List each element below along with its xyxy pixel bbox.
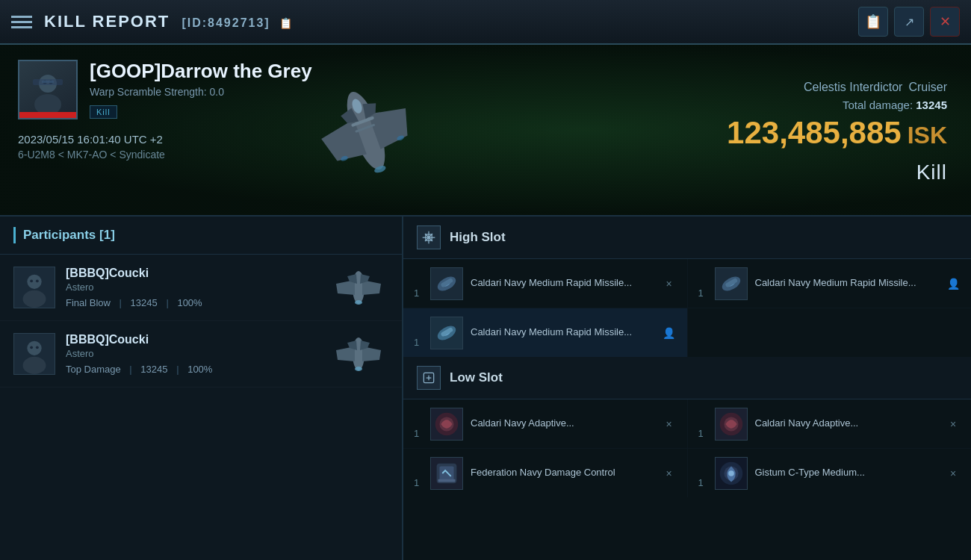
slot-item[interactable]: 1 Caldari Navy Adaptive... × [403, 399, 687, 448]
svg-point-31 [23, 357, 46, 374]
slot-item-remove[interactable]: × [662, 417, 677, 432]
kill-badge: Kill [90, 105, 117, 119]
slot-item[interactable]: 1 Caldari Navy Adaptive... × [688, 399, 972, 448]
high-slot-grid: 1 Caldari Navy Medium Rapid Missile... ×… [403, 259, 971, 357]
participant-name: [BBBQ]Coucki [66, 333, 318, 346]
slot-item-icon [715, 267, 748, 300]
slot-item-remove[interactable]: × [946, 466, 961, 481]
slot-item-remove[interactable]: × [662, 466, 677, 481]
participant-avatar [13, 333, 55, 375]
header: KILL REPORT [ID:8492713] 📋 📋 ↗ ✕ [0, 0, 971, 45]
svg-rect-63 [438, 479, 456, 482]
participant-ship: Astero [66, 281, 318, 293]
clipboard-icon: 📋 [865, 13, 881, 30]
slot-item-name: Gistum C-Type Medium... [755, 466, 939, 479]
svg-point-33 [36, 346, 39, 349]
slot-item-icon [715, 408, 748, 441]
slot-item-name: Caldari Navy Medium Rapid Missile... [471, 326, 654, 339]
svg-marker-24 [336, 280, 355, 295]
participant-ship: Astero [66, 348, 318, 359]
export-button[interactable]: ↗ [894, 7, 924, 37]
slot-item-icon [715, 457, 748, 490]
slot-count: 1 [414, 287, 423, 299]
slot-count: 1 [414, 337, 423, 348]
slot-count: 1 [698, 477, 707, 488]
slot-item-icon [430, 408, 463, 441]
svg-point-21 [30, 279, 33, 282]
participant-info: [BBBQ]Coucki Astero Top Damage | 13245 |… [66, 333, 318, 375]
slot-item[interactable]: 1 Gistum C-Type Medium... × [688, 449, 972, 497]
slot-item-remove[interactable]: × [662, 276, 677, 291]
list-item[interactable]: [BBBQ]Coucki Astero Final Blow | 13245 |… [0, 255, 402, 321]
avatar [18, 60, 78, 119]
svg-point-37 [355, 367, 362, 371]
low-slot-header: Low Slot [403, 357, 971, 399]
svg-rect-6 [33, 79, 63, 85]
slot-item-remove[interactable]: × [946, 417, 961, 432]
svg-point-32 [30, 346, 33, 349]
low-slot-grid: 1 Caldari Navy Adaptive... × 1 [403, 399, 971, 497]
menu-button[interactable] [11, 16, 32, 28]
svg-point-19 [27, 275, 41, 289]
participant-stats: Final Blow | 13245 | 100% [66, 297, 318, 308]
participant-info: [BBBQ]Coucki Astero Final Blow | 13245 |… [66, 267, 318, 308]
high-slot-title: High Slot [450, 230, 506, 245]
export-icon: ↗ [905, 15, 914, 29]
slot-count: 1 [414, 477, 423, 488]
slot-item-icon [430, 457, 463, 490]
kill-result: Kill [916, 161, 947, 184]
left-panel: Participants [1] [BBBQ]Coucki Astero Fin… [0, 217, 403, 560]
clipboard-button[interactable]: 📋 [858, 7, 888, 37]
close-icon: ✕ [940, 13, 951, 30]
slot-item-name: Caldari Navy Medium Rapid Missile... [755, 276, 939, 290]
participant-ship-image [329, 265, 388, 310]
hero-panel: [GOOP]Darrow the Grey Warp Scramble Stre… [0, 45, 971, 217]
slot-count: 1 [698, 428, 707, 439]
participant-ship-image [329, 332, 388, 376]
high-slot-icon [417, 225, 441, 249]
page-title: KILL REPORT [ID:8492713] 📋 [44, 12, 858, 31]
svg-marker-35 [336, 346, 355, 361]
participant-stats: Top Damage | 13245 | 100% [66, 364, 318, 375]
slot-item[interactable]: 1 Federation Navy Damage Control × [403, 449, 687, 497]
slot-item[interactable]: 1 Caldari Navy Medium Rapid Missile... 👤 [688, 259, 972, 308]
svg-marker-36 [362, 346, 381, 361]
header-actions: 📋 ↗ ✕ [858, 7, 960, 37]
isk-value: 123,485,885ISK [727, 117, 947, 149]
svg-point-1 [34, 94, 61, 112]
ship-name: Celestis InterdictorCruiser [798, 76, 947, 96]
svg-point-20 [23, 290, 46, 308]
svg-point-67 [728, 470, 734, 476]
slot-item-name: Caldari Navy Medium Rapid Missile... [471, 276, 654, 290]
slot-count: 1 [414, 428, 423, 439]
hero-right: Celestis InterdictorCruiser Total damage… [388, 45, 971, 215]
participants-title: Participants [1] [23, 228, 115, 243]
main-content: Participants [1] [BBBQ]Coucki Astero Fin… [0, 217, 971, 560]
svg-marker-25 [362, 280, 381, 295]
right-panel: High Slot 1 Caldari Navy Medium Rapid Mi… [403, 217, 971, 560]
slot-item[interactable]: 1 Caldari Navy Medium Rapid Missile... × [403, 259, 687, 308]
slot-item-icon [430, 267, 463, 300]
slot-count: 1 [698, 287, 707, 299]
participant-name: [BBBQ]Coucki [66, 267, 318, 280]
svg-rect-62 [439, 466, 453, 480]
list-item[interactable]: [BBBQ]Coucki Astero Top Damage | 13245 |… [0, 321, 402, 388]
slot-item-person[interactable]: 👤 [946, 276, 961, 291]
slot-item[interactable]: 1 Caldari Navy Medium Rapid Missile... 👤 [403, 308, 687, 357]
svg-point-26 [355, 300, 362, 305]
svg-point-30 [27, 341, 41, 355]
copy-icon[interactable]: 📋 [279, 17, 294, 29]
close-button[interactable]: ✕ [930, 7, 960, 37]
slot-item-icon [430, 317, 463, 349]
slot-item-empty [688, 308, 972, 357]
participant-avatar [13, 267, 55, 308]
participants-header: Participants [1] [0, 217, 402, 255]
low-slot-title: Low Slot [450, 370, 503, 385]
slot-item-person[interactable]: 👤 [662, 326, 677, 340]
total-damage: Total damage: 13245 [843, 99, 947, 111]
slot-item-name: Caldari Navy Adaptive... [471, 417, 654, 430]
high-slot-header: High Slot [403, 217, 971, 259]
low-slot-icon [417, 366, 441, 390]
slot-item-name: Federation Navy Damage Control [471, 466, 654, 479]
slot-item-name: Caldari Navy Adaptive... [755, 417, 939, 430]
